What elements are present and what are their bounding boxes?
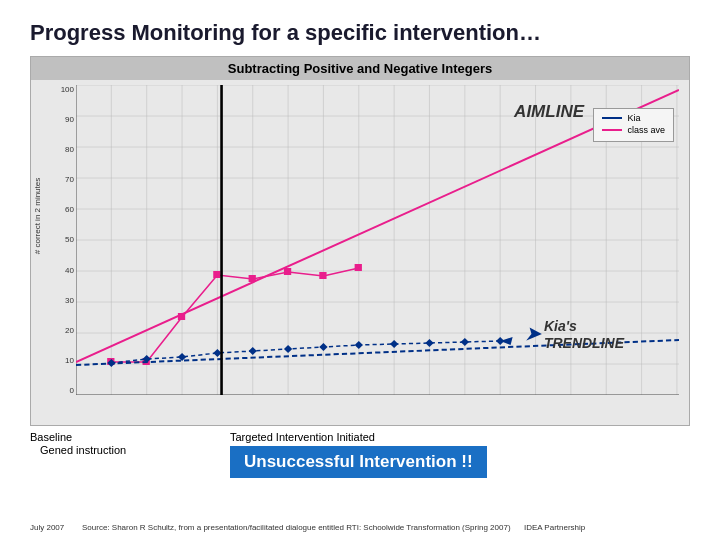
targeted-label: Targeted Intervention Initiated — [230, 431, 375, 443]
baseline-label: Baseline — [30, 431, 230, 443]
kia-legend-label: Kia — [627, 113, 640, 123]
trendline-text: Kia'sTRENDLINE — [544, 318, 624, 352]
trendline-arrow: ➤ — [525, 324, 540, 346]
chart-title: Subtracting Positive and Negative Intege… — [31, 57, 689, 80]
trendline-label: ➤ Kia'sTRENDLINE — [525, 318, 624, 352]
aimline-label: AIMLINE — [514, 102, 584, 122]
y-label-90: 90 — [65, 115, 74, 124]
y-label-100: 100 — [61, 85, 74, 94]
y-label-0: 0 — [70, 386, 74, 395]
footer-text: July 2007 Source: Sharon R Schultz, from… — [30, 523, 690, 532]
slide-title: Progress Monitoring for a specific inter… — [30, 20, 690, 46]
legend-class-ave: class ave — [602, 125, 665, 135]
y-label-30: 30 — [65, 296, 74, 305]
class-ave-legend-label: class ave — [627, 125, 665, 135]
below-chart-row1: Baseline Gened instruction Targeted Inte… — [30, 431, 690, 478]
y-axis-label: # correct in 2 minutes — [33, 178, 47, 254]
y-label-40: 40 — [65, 266, 74, 275]
class-ave-legend-line — [602, 129, 622, 131]
y-label-20: 20 — [65, 326, 74, 335]
gened-label: Gened instruction — [40, 444, 230, 456]
y-label-10: 10 — [65, 356, 74, 365]
footer-right: IDEA Partnership — [524, 523, 585, 532]
kia-legend-line — [602, 117, 622, 119]
chart-legend: Kia class ave — [593, 108, 674, 142]
y-label-70: 70 — [65, 175, 74, 184]
footer-source: Source: Sharon R Schultz, from a present… — [82, 523, 511, 532]
unsuccessful-box: Unsuccessful Intervention !! — [230, 446, 487, 478]
chart-inner: 100 90 80 70 60 50 40 30 20 10 0 # corre… — [31, 80, 689, 420]
right-labels: Targeted Intervention Initiated Unsucces… — [230, 431, 690, 478]
y-label-50: 50 — [65, 235, 74, 244]
chart-area: Subtracting Positive and Negative Intege… — [30, 56, 690, 426]
slide-container: Progress Monitoring for a specific inter… — [0, 0, 720, 540]
left-labels: Baseline Gened instruction — [30, 431, 230, 478]
y-label-60: 60 — [65, 205, 74, 214]
legend-kia: Kia — [602, 113, 665, 123]
y-label-80: 80 — [65, 145, 74, 154]
footer-left: July 2007 — [30, 523, 64, 532]
svg-marker-52 — [500, 337, 512, 345]
